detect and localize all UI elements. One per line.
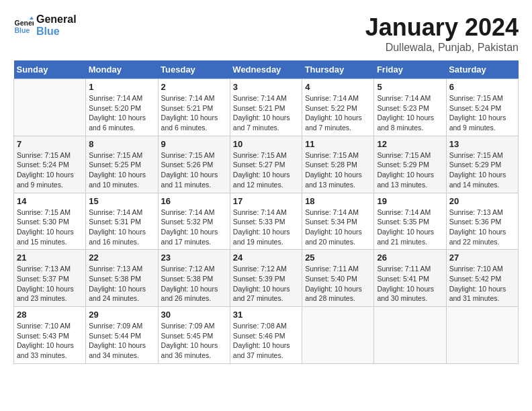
day-info: Sunrise: 7:14 AMSunset: 5:35 PMDaylight:… — [377, 208, 443, 247]
calendar-cell: 4Sunrise: 7:14 AMSunset: 5:22 PMDaylight… — [302, 79, 374, 136]
day-number: 2 — [161, 82, 227, 92]
header-tuesday: Tuesday — [158, 60, 230, 79]
calendar-cell: 11Sunrise: 7:15 AMSunset: 5:28 PMDayligh… — [302, 136, 374, 193]
day-number: 15 — [89, 196, 154, 206]
day-number: 14 — [17, 196, 83, 206]
day-number: 23 — [161, 253, 227, 263]
calendar-cell: 7Sunrise: 7:15 AMSunset: 5:24 PMDaylight… — [14, 136, 86, 193]
calendar-cell — [302, 307, 374, 364]
calendar-table: SundayMondayTuesdayWednesdayThursdayFrid… — [13, 60, 519, 364]
day-number: 20 — [449, 196, 515, 206]
calendar-cell: 6Sunrise: 7:15 AMSunset: 5:24 PMDaylight… — [446, 79, 518, 136]
calendar-week-1: 1Sunrise: 7:14 AMSunset: 5:20 PMDaylight… — [14, 79, 519, 136]
calendar-cell: 9Sunrise: 7:15 AMSunset: 5:26 PMDaylight… — [158, 136, 230, 193]
day-number: 30 — [161, 310, 227, 320]
day-info: Sunrise: 7:14 AMSunset: 5:31 PMDaylight:… — [89, 208, 154, 247]
calendar-cell: 18Sunrise: 7:14 AMSunset: 5:34 PMDayligh… — [302, 193, 374, 250]
calendar-cell: 15Sunrise: 7:14 AMSunset: 5:31 PMDayligh… — [86, 193, 158, 250]
day-number: 3 — [233, 82, 299, 92]
calendar-cell: 19Sunrise: 7:14 AMSunset: 5:35 PMDayligh… — [374, 193, 446, 250]
logo-general: General — [36, 13, 77, 26]
header-wednesday: Wednesday — [230, 60, 302, 79]
day-info: Sunrise: 7:09 AMSunset: 5:45 PMDaylight:… — [161, 321, 227, 361]
day-number: 8 — [89, 139, 154, 149]
calendar-cell — [374, 307, 446, 364]
day-info: Sunrise: 7:14 AMSunset: 5:34 PMDaylight:… — [305, 208, 371, 247]
calendar-cell: 20Sunrise: 7:13 AMSunset: 5:36 PMDayligh… — [446, 193, 518, 250]
calendar-week-3: 14Sunrise: 7:15 AMSunset: 5:30 PMDayligh… — [14, 193, 519, 250]
day-info: Sunrise: 7:15 AMSunset: 5:25 PMDaylight:… — [89, 150, 154, 190]
day-info: Sunrise: 7:10 AMSunset: 5:43 PMDaylight:… — [17, 321, 83, 361]
calendar-cell: 5Sunrise: 7:14 AMSunset: 5:23 PMDaylight… — [374, 79, 446, 136]
day-info: Sunrise: 7:12 AMSunset: 5:38 PMDaylight:… — [161, 264, 227, 304]
calendar-cell: 2Sunrise: 7:14 AMSunset: 5:21 PMDaylight… — [158, 79, 230, 136]
day-info: Sunrise: 7:09 AMSunset: 5:44 PMDaylight:… — [89, 321, 154, 361]
calendar-cell: 10Sunrise: 7:15 AMSunset: 5:27 PMDayligh… — [230, 136, 302, 193]
day-number: 27 — [449, 253, 515, 263]
calendar-cell: 8Sunrise: 7:15 AMSunset: 5:25 PMDaylight… — [86, 136, 158, 193]
header-saturday: Saturday — [446, 60, 518, 79]
day-number: 12 — [377, 139, 443, 149]
calendar-cell: 28Sunrise: 7:10 AMSunset: 5:43 PMDayligh… — [14, 307, 86, 364]
day-number: 5 — [377, 82, 443, 92]
day-info: Sunrise: 7:15 AMSunset: 5:29 PMDaylight:… — [377, 150, 443, 190]
day-info: Sunrise: 7:14 AMSunset: 5:32 PMDaylight:… — [161, 208, 227, 247]
calendar-cell: 22Sunrise: 7:13 AMSunset: 5:38 PMDayligh… — [86, 250, 158, 307]
page-header: General Blue General Blue January 2024 D… — [13, 13, 519, 54]
day-number: 25 — [305, 253, 371, 263]
calendar-cell: 23Sunrise: 7:12 AMSunset: 5:38 PMDayligh… — [158, 250, 230, 307]
day-info: Sunrise: 7:14 AMSunset: 5:33 PMDaylight:… — [233, 208, 299, 247]
calendar-cell: 3Sunrise: 7:14 AMSunset: 5:21 PMDaylight… — [230, 79, 302, 136]
calendar-subtitle: Dullewala, Punjab, Pakistan — [365, 42, 519, 54]
day-info: Sunrise: 7:15 AMSunset: 5:24 PMDaylight:… — [449, 93, 515, 133]
day-info: Sunrise: 7:14 AMSunset: 5:20 PMDaylight:… — [89, 93, 154, 133]
calendar-cell: 27Sunrise: 7:10 AMSunset: 5:42 PMDayligh… — [446, 250, 518, 307]
day-number: 4 — [305, 82, 371, 92]
title-section: January 2024 Dullewala, Punjab, Pakistan — [365, 13, 519, 54]
calendar-week-2: 7Sunrise: 7:15 AMSunset: 5:24 PMDaylight… — [14, 136, 519, 193]
calendar-cell: 25Sunrise: 7:11 AMSunset: 5:40 PMDayligh… — [302, 250, 374, 307]
day-info: Sunrise: 7:12 AMSunset: 5:39 PMDaylight:… — [233, 264, 299, 304]
calendar-week-4: 21Sunrise: 7:13 AMSunset: 5:37 PMDayligh… — [14, 250, 519, 307]
logo: General Blue General Blue — [13, 13, 77, 38]
day-info: Sunrise: 7:11 AMSunset: 5:40 PMDaylight:… — [305, 264, 371, 304]
day-number: 11 — [305, 139, 371, 149]
calendar-cell: 12Sunrise: 7:15 AMSunset: 5:29 PMDayligh… — [374, 136, 446, 193]
svg-marker-2 — [30, 17, 34, 20]
calendar-header-row: SundayMondayTuesdayWednesdayThursdayFrid… — [14, 60, 519, 79]
day-info: Sunrise: 7:15 AMSunset: 5:24 PMDaylight:… — [17, 150, 83, 190]
day-number: 31 — [233, 310, 299, 320]
day-info: Sunrise: 7:15 AMSunset: 5:27 PMDaylight:… — [233, 150, 299, 190]
day-info: Sunrise: 7:14 AMSunset: 5:21 PMDaylight:… — [233, 93, 299, 133]
calendar-cell: 21Sunrise: 7:13 AMSunset: 5:37 PMDayligh… — [14, 250, 86, 307]
day-info: Sunrise: 7:08 AMSunset: 5:46 PMDaylight:… — [233, 321, 299, 361]
day-info: Sunrise: 7:13 AMSunset: 5:36 PMDaylight:… — [449, 208, 515, 247]
header-friday: Friday — [374, 60, 446, 79]
calendar-cell: 13Sunrise: 7:15 AMSunset: 5:29 PMDayligh… — [446, 136, 518, 193]
day-info: Sunrise: 7:15 AMSunset: 5:28 PMDaylight:… — [305, 150, 371, 190]
day-number: 21 — [17, 253, 83, 263]
logo-blue: Blue — [36, 26, 77, 38]
calendar-cell: 1Sunrise: 7:14 AMSunset: 5:20 PMDaylight… — [86, 79, 158, 136]
day-number: 1 — [89, 82, 154, 92]
day-info: Sunrise: 7:15 AMSunset: 5:30 PMDaylight:… — [17, 208, 83, 247]
calendar-cell: 17Sunrise: 7:14 AMSunset: 5:33 PMDayligh… — [230, 193, 302, 250]
day-info: Sunrise: 7:15 AMSunset: 5:29 PMDaylight:… — [449, 150, 515, 190]
calendar-week-5: 28Sunrise: 7:10 AMSunset: 5:43 PMDayligh… — [14, 307, 519, 364]
day-info: Sunrise: 7:13 AMSunset: 5:37 PMDaylight:… — [17, 264, 83, 304]
day-number: 9 — [161, 139, 227, 149]
calendar-cell: 16Sunrise: 7:14 AMSunset: 5:32 PMDayligh… — [158, 193, 230, 250]
day-info: Sunrise: 7:14 AMSunset: 5:22 PMDaylight:… — [305, 93, 371, 133]
day-info: Sunrise: 7:14 AMSunset: 5:23 PMDaylight:… — [377, 93, 443, 133]
calendar-cell: 29Sunrise: 7:09 AMSunset: 5:44 PMDayligh… — [86, 307, 158, 364]
day-info: Sunrise: 7:14 AMSunset: 5:21 PMDaylight:… — [161, 93, 227, 133]
day-number: 22 — [89, 253, 154, 263]
day-number: 19 — [377, 196, 443, 206]
day-info: Sunrise: 7:11 AMSunset: 5:41 PMDaylight:… — [377, 264, 443, 304]
header-thursday: Thursday — [302, 60, 374, 79]
header-monday: Monday — [86, 60, 158, 79]
calendar-title: January 2024 — [365, 13, 519, 42]
header-sunday: Sunday — [14, 60, 86, 79]
day-info: Sunrise: 7:10 AMSunset: 5:42 PMDaylight:… — [449, 264, 515, 304]
day-number: 16 — [161, 196, 227, 206]
